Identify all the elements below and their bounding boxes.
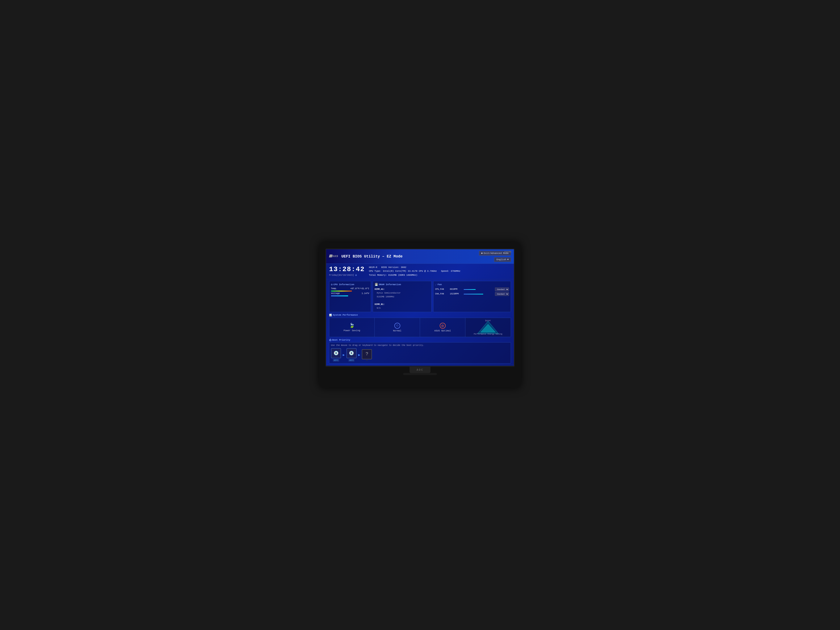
cpu-fan-label: CPU_FAN (435, 288, 450, 291)
power-saving-icon: 🍃 (349, 323, 355, 328)
boot-panel: Use the mouse to drag or keyboard to nav… (329, 342, 511, 363)
chart-label-performance: Performance (474, 333, 486, 335)
monitor-screen: E2270S 🅰SUS UEFI BIOS Utility – EZ Mode … (325, 249, 515, 367)
time-block: 13:28:42 Friday[03/10/2023] ⚙ (329, 265, 365, 277)
boot-icon: ⏻ (329, 339, 332, 341)
cpu-panel-title: ⚙ CPU Information (331, 283, 369, 286)
dimm-a1-label: DIMM_A1: (375, 288, 385, 291)
monitor: E2270S 🅰SUS UEFI BIOS Utility – EZ Mode … (319, 242, 521, 388)
boot-arrow-1: ▶ (343, 353, 345, 357)
perf-title-label: System Performance (333, 314, 358, 316)
chart-label-energy: Energy Saving (488, 333, 502, 335)
cpu-temp-row: Temp. +87.8°F/+31.0°C (331, 287, 369, 290)
cha-fan-rpm: 1523RPM (450, 293, 463, 295)
cpu-icon: ⚙ (331, 283, 333, 286)
boot-device-2-label: UEFI (348, 359, 355, 362)
perf-normal[interactable]: ○ Normal (375, 318, 420, 337)
boot-device-2-icon: 💿 (346, 348, 357, 358)
perf-power-saving[interactable]: 🍃 Power Saving (329, 318, 375, 337)
boot-device-1-icon: 💿 (331, 348, 341, 358)
boot-arrow-2: ▶ (358, 353, 360, 357)
dimm-a1-spec: 8192MB 1600MHz (375, 295, 429, 299)
boot-device-3[interactable]: ? (362, 349, 372, 361)
memory-line: Total Memory: 8192MB (DDR3 1600MHz) (369, 273, 511, 277)
normal-label: Normal (393, 330, 401, 332)
system-info-block: H81M-R BIOS Version: 3602 CPU Type: Inte… (369, 265, 511, 278)
time-display: 13:28:42 (329, 265, 365, 273)
fan-panel: ☄ Fan CPU_FAN 891RPM Standard (433, 281, 511, 312)
triangle-svg (473, 320, 503, 335)
boot-device-1-label: UEFI (333, 359, 339, 362)
dram-icon: 💾 (375, 283, 378, 286)
voltage-bar (331, 295, 348, 296)
asus-optimal-icon: ◎ (440, 323, 445, 328)
cpu-fan-row: CPU_FAN 891RPM Standard (435, 287, 509, 291)
boot-title: ⏻ Boot Priority (329, 339, 511, 341)
boot-device-1[interactable]: 💿 UEFI (331, 348, 341, 362)
date-value: Friday[03/10/2023] (329, 274, 354, 276)
normal-icon: ○ (395, 323, 400, 328)
cha-fan-bar-wrap (464, 294, 494, 294)
bios-container: E2270S 🅰SUS UEFI BIOS Utility – EZ Mode … (326, 249, 514, 366)
mb-bios-line: H81M-R BIOS Version: 3602 (369, 266, 511, 269)
temp-label: Temp. (331, 287, 337, 290)
triangle-chart: Quiet Performance Energy Saving (473, 320, 503, 335)
cpu-speed: Speed: 3700MHz (441, 270, 460, 272)
bottom-bar: Shortcut(F3) Advanced Mode(F7) SATA Info… (326, 365, 514, 367)
cpu-voltage-row: Voltage 1.147V (331, 292, 369, 295)
exit-icon: ■ (481, 252, 483, 254)
temp-bar (331, 291, 352, 292)
time-info-row: 13:28:42 Friday[03/10/2023] ⚙ H81M-R BIO… (326, 264, 514, 279)
language-value: English (496, 258, 506, 261)
motherboard-name: H81M-R (369, 266, 377, 268)
boot-devices: 💿 UEFI ▶ 💿 UEFI ▶ ? (331, 348, 509, 362)
cpu-line: CPU Type: Intel(R) Core(TM) I3-4170 CPU … (369, 269, 511, 273)
header-bar: 🅰SUS UEFI BIOS Utility – EZ Mode ■ Exit/… (326, 249, 514, 264)
perf-asus-optimal[interactable]: ◎ ASUS Optimal (420, 318, 465, 337)
dram-title-label: DRAM Information (379, 283, 401, 286)
header-left: 🅰SUS UEFI BIOS Utility – EZ Mode (329, 254, 403, 259)
temp-bar-container (331, 291, 369, 292)
voltage-label: Voltage (331, 292, 340, 295)
cpu-title-label: CPU Information (333, 283, 354, 286)
fan-panel-title: ☄ Fan (435, 283, 509, 286)
cpu-fan-rpm: 891RPM (450, 288, 463, 291)
power-saving-label: Power Saving (344, 329, 360, 332)
monitor-stand: AOC (409, 367, 431, 373)
boot-section: ⏻ Boot Priority Use the mouse to drag or… (326, 339, 514, 365)
dimm-b1-label: DIMM_B1: (375, 303, 385, 306)
cpu-fan-mode-select[interactable]: Standard (495, 287, 509, 291)
fan-title-label: Fan (437, 283, 442, 286)
performance-section: 📊 System Performance 🍃 Power Saving ○ No… (326, 314, 514, 339)
language-select[interactable]: English ▼ (494, 257, 511, 262)
cpu-info-panel: ⚙ CPU Information Temp. +87.8°F/+31.0°C … (329, 281, 371, 312)
cpu-type: CPU Type: Intel(R) Core(TM) I3-4170 CPU … (369, 270, 437, 272)
chart-label-quiet: Quiet (485, 320, 491, 322)
boot-device-2[interactable]: 💿 UEFI (346, 348, 357, 362)
cpu-fan-bar (464, 289, 476, 290)
bios-version: BIOS Version: 3602 (381, 266, 406, 268)
cha-fan-row: CHA_FAN 1523RPM Standard (435, 292, 509, 296)
dimm-b1-value: N/A (375, 306, 429, 310)
boot-device-3-label (366, 360, 368, 361)
main-panels: ⚙ CPU Information Temp. +87.8°F/+31.0°C … (326, 279, 514, 314)
voltage-value: 1.147V (362, 292, 369, 295)
asus-optimal-label: ASUS Optimal (434, 330, 451, 332)
dimm-a1-brand: Hynix Semiconductor (375, 291, 429, 295)
boot-title-label: Boot Priority (332, 339, 350, 341)
boot-hint: Use the mouse to drag or keyboard to nav… (331, 344, 509, 346)
cha-fan-bar (464, 294, 483, 294)
perf-icon: 📊 (329, 314, 332, 316)
fan-icon: ☄ (435, 283, 437, 286)
settings-gear-icon[interactable]: ⚙ (355, 274, 357, 277)
dram-info-panel: 💾 DRAM Information DIMM_A1: Hynix Semico… (373, 281, 431, 312)
performance-grid: 🍃 Power Saving ○ Normal ◎ ASUS Optimal (329, 318, 511, 337)
monitor-model-label: E2270S (505, 251, 512, 253)
bios-title: UEFI BIOS Utility – EZ Mode (341, 254, 403, 259)
cha-fan-label: CHA_FAN (435, 293, 450, 295)
chevron-down-icon: ▼ (507, 258, 508, 261)
voltage-bar-container (331, 295, 369, 296)
dram-panel-title: 💾 DRAM Information (375, 283, 429, 286)
dram-info-content: DIMM_A1: Hynix Semiconductor 8192MB 1600… (375, 287, 429, 310)
cha-fan-mode-select[interactable]: Standard (495, 292, 509, 296)
